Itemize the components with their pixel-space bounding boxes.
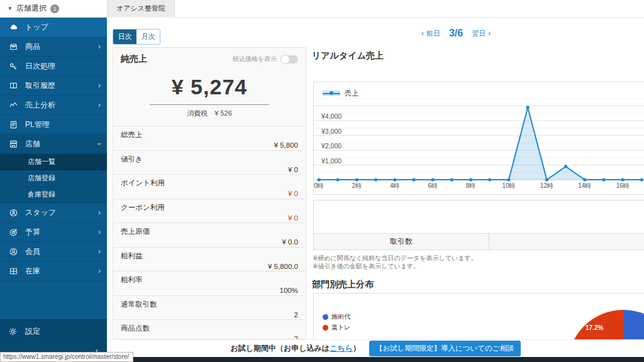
sidebar-item-top[interactable]: トップ: [0, 18, 107, 37]
trial-text: お試し期間中（お申し込みはこちら）: [230, 343, 360, 354]
svg-text:10時: 10時: [502, 182, 515, 189]
store-count-badge: 1: [50, 4, 59, 13]
store-select-label: 店舗選択: [16, 3, 47, 14]
chevron-right-icon: ›: [98, 247, 101, 256]
chart-notes: ※締めに関係なく純粋な当日のデータを表示しています。 ※値引き後の金額を表示して…: [313, 254, 477, 270]
store-tab[interactable]: オアシス整骨院: [107, 0, 175, 18]
legend-dot-blue: [323, 314, 328, 320]
svg-text:4時: 4時: [390, 182, 400, 189]
svg-text:8時: 8時: [466, 182, 476, 189]
sidebar-subitem-store-list[interactable]: 店舗一覧: [0, 154, 107, 170]
date-navigation: ‹前日 3/6 翌日›: [377, 28, 535, 39]
svg-text:16時: 16時: [616, 182, 630, 189]
svg-text:12時: 12時: [540, 182, 553, 189]
sidebar-item-store[interactable]: 店舗 ›: [0, 134, 107, 154]
svg-text:14時: 14時: [578, 182, 591, 189]
sidebar-item-transactions[interactable]: 取引履歴 ›: [0, 76, 107, 96]
tab-daily[interactable]: 日次: [113, 30, 136, 44]
legend-line-marker: [323, 90, 340, 96]
pie-slice-label: 17.2%: [586, 324, 603, 331]
sidebar-item-pl[interactable]: PL管理: [0, 115, 107, 134]
chart-legend: 売上: [323, 89, 358, 98]
trial-apply-link[interactable]: こちら: [330, 344, 353, 353]
prev-day-link[interactable]: ‹前日: [421, 29, 440, 38]
transactions-table-header: 取引数: [314, 233, 644, 250]
sidebar-item-sales-analysis[interactable]: 売上分析 ›: [0, 96, 107, 115]
svg-text:2時: 2時: [352, 182, 362, 189]
cloud-icon: [8, 22, 18, 32]
chevron-right-icon: ›: [488, 29, 491, 38]
period-tab-group: 日次 月次: [113, 29, 160, 45]
svg-text:0時: 0時: [314, 182, 324, 189]
tax-included-toggle[interactable]: [280, 55, 298, 63]
realtime-sales-chart-box: 売上 ¥1,000¥2,000¥3,000¥4,0000時2時4時6時8時10時…: [313, 82, 644, 195]
sidebar-item-members[interactable]: 会員 ›: [0, 242, 107, 261]
stats-row: ポイント利用¥ 0: [113, 174, 306, 199]
svg-text:¥4,000: ¥4,000: [321, 112, 341, 120]
svg-text:6時: 6時: [428, 182, 438, 189]
legend-dot-red: [323, 325, 328, 331]
chevron-down-icon: ›: [95, 143, 104, 145]
chevron-right-icon: ›: [98, 42, 101, 51]
sidebar-subitem-store-register[interactable]: 店舗登録: [0, 170, 107, 187]
chevron-right-icon: ›: [98, 208, 101, 217]
consult-button[interactable]: 【お試し期間限定】導入についてのご相談: [369, 341, 521, 356]
net-sales-card: 純売上 税込価格を表示 ¥ 5,274 消費税 ¥ 526 総売上¥ 5,800…: [113, 47, 306, 339]
svg-text:¥3,000: ¥3,000: [321, 128, 341, 135]
top-bar: ▼ 店舗選択 1 オアシス整骨院: [0, 0, 644, 18]
stats-row: 粗利率100%: [113, 271, 306, 295]
transactions-header-cell: 取引数: [314, 234, 489, 250]
svg-text:¥1,000: ¥1,000: [321, 157, 341, 165]
box-icon: [8, 41, 18, 52]
realtime-sales-chart: ¥1,000¥2,000¥3,000¥4,0000時2時4時6時8時10時12時…: [314, 82, 644, 194]
sidebar-nav: トップ 商品 › 日次処理 取引履歴 › 売上分析 › PL管理 店舗 › 店舗…: [0, 18, 107, 362]
stats-row: 値引き¥ 0: [113, 150, 306, 175]
stats-row: クーポン利用¥ 0: [113, 199, 306, 223]
sidebar-item-products[interactable]: 商品 ›: [0, 37, 107, 57]
next-day-link[interactable]: 翌日›: [472, 29, 491, 38]
sidebar-bottom: 設定 ‹: [0, 319, 107, 357]
chart-line-icon: [8, 100, 18, 110]
sidebar-subitem-warehouse-register[interactable]: 倉庫登録: [0, 187, 107, 203]
caret-down-icon: ▼: [8, 6, 13, 11]
net-sales-title: 純売上: [121, 53, 147, 65]
tax-included-toggle-label: 税込価格を表示: [233, 55, 277, 63]
staff-icon: [8, 207, 18, 217]
stats-row: 通常取引数2: [113, 295, 306, 320]
target-icon: [8, 227, 18, 237]
tab-monthly[interactable]: 月次: [136, 30, 160, 44]
trial-footer: お試し期間中（お申し込みはこちら） 【お試し期間限定】導入についてのご相談: [107, 339, 644, 357]
sidebar-item-staff[interactable]: スタッフ ›: [0, 203, 107, 222]
chevron-right-icon: ›: [98, 81, 101, 90]
sidebar-item-inventory[interactable]: 在庫 ›: [0, 261, 107, 281]
current-date[interactable]: 3/6: [449, 28, 463, 39]
transactions-header-cell-empty: [489, 234, 644, 250]
legend-label: 売上: [345, 89, 358, 98]
chevron-left-icon: ‹: [421, 29, 424, 38]
chevron-right-icon: ›: [98, 266, 101, 275]
transactions-box: 取引数: [313, 200, 644, 250]
toggle-knob: [280, 55, 290, 64]
svg-text:¥2,000: ¥2,000: [321, 142, 341, 150]
store-icon: [8, 139, 18, 149]
sidebar-item-settings[interactable]: 設定: [0, 319, 107, 343]
book-icon: [8, 80, 18, 90]
net-sales-amount: ¥ 5,274: [113, 75, 306, 99]
stats-row: 商品点数2: [113, 319, 306, 339]
chevron-right-icon: ›: [98, 101, 101, 109]
stats-row: 総売上¥ 5,800: [113, 126, 306, 150]
divider: [150, 104, 269, 105]
store-select-dropdown[interactable]: ▼ 店舗選択 1: [0, 3, 107, 14]
status-url-tooltip: https://www1.smaregi.jp/control/master/s…: [0, 352, 133, 362]
department-sales-title: 部門別売上分布: [312, 279, 374, 290]
gear-icon: [8, 327, 18, 337]
sidebar-item-daily-process[interactable]: 日次処理: [0, 57, 107, 76]
inventory-icon: [8, 266, 18, 276]
sidebar-item-budget[interactable]: 予算 ›: [0, 222, 107, 242]
note-line: ※値引き後の金額を表示しています。: [313, 262, 477, 270]
tax-label: 消費税: [187, 109, 208, 117]
stats-row: 粗利益¥ 5,800.0: [113, 247, 306, 272]
tax-value: ¥ 526: [214, 109, 232, 117]
pie-legend: 施術代 楽トレ: [323, 312, 350, 334]
chevron-right-icon: ›: [98, 228, 101, 236]
